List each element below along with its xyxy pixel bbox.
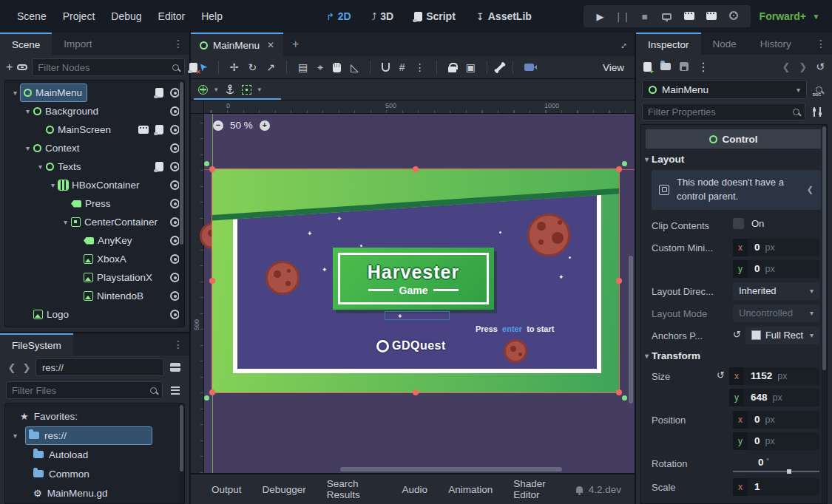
scene-tree-scrollbar[interactable] [179, 81, 184, 327]
ruler-tool-button[interactable]: ◺ [351, 61, 359, 73]
zoom-level[interactable]: 50 % [230, 120, 253, 131]
anchor-marker[interactable] [204, 395, 209, 401]
zoom-in-button[interactable]: + [260, 120, 270, 131]
tree-row-anykey[interactable]: AnyKey [5, 231, 184, 250]
filter-properties-field[interactable] [642, 103, 805, 120]
filter-properties-input[interactable] [648, 106, 788, 118]
dock-menu-icon[interactable]: ⋮ [167, 33, 189, 55]
select-tool-button[interactable]: ➤ [198, 61, 207, 73]
file-row-mainmenu-gd[interactable]: ⚙ MainMenu.gd [5, 483, 184, 503]
custom-min-y-field[interactable]: y0px [733, 260, 819, 278]
script-icon[interactable] [155, 125, 163, 134]
scale-tool-button[interactable]: ↗ [266, 61, 275, 73]
history-back-icon[interactable]: ❮ [782, 61, 790, 72]
group-button[interactable]: ▣ [466, 61, 476, 73]
scene-tab-mainmenu[interactable]: MainMenu ✕ [191, 33, 283, 56]
edited-object-selector[interactable]: MainMenu ▾ [642, 80, 807, 99]
lock-button[interactable] [448, 63, 456, 72]
chevron-down-icon[interactable]: ▾ [258, 86, 262, 93]
viewport-vscrollbar[interactable] [629, 256, 633, 403]
tab-scene[interactable]: Scene [0, 33, 52, 55]
instance-scene-button[interactable] [17, 59, 27, 75]
favorites-row[interactable]: ★ Favorites: [5, 406, 184, 426]
nav-back-icon[interactable]: ❮ [6, 362, 18, 373]
tab-inspector[interactable]: Inspector [636, 33, 701, 55]
size-y-field[interactable]: y648px [729, 389, 819, 406]
notification-bell-icon[interactable] [576, 486, 583, 493]
resource-menu-icon[interactable]: ⋮ [697, 58, 709, 75]
nav-forward-icon[interactable]: ❯ [21, 362, 33, 373]
anchor-marker[interactable] [622, 395, 627, 401]
filter-files-field[interactable] [6, 381, 163, 399]
open-docs-button[interactable] [811, 86, 826, 93]
preview-camera-button[interactable] [524, 64, 534, 71]
selection-handle[interactable] [209, 166, 215, 172]
class-header[interactable]: Control [646, 129, 821, 149]
filter-files-input[interactable] [12, 385, 146, 396]
movie-writer-button[interactable] [723, 11, 745, 22]
selection-handle[interactable] [413, 389, 419, 395]
layout-direction-dropdown[interactable]: Inherited ▾ [733, 282, 819, 300]
rotation-slider[interactable]: 0 ° [733, 454, 819, 474]
move-tool-button[interactable]: ✢ [230, 61, 239, 73]
view-menu-button[interactable]: View [603, 62, 627, 73]
tab-node[interactable]: Node [701, 33, 748, 55]
grid-snap-button[interactable]: # [399, 61, 405, 73]
tab-import[interactable]: Import [52, 33, 104, 55]
tree-row-hboxcontainer[interactable]: ▾HBoxContainer [5, 176, 184, 194]
pause-button[interactable]: ❘❘ [612, 11, 634, 22]
file-row-common[interactable]: Common [5, 464, 184, 483]
revert-icon[interactable]: ↺ [733, 327, 741, 340]
path-field[interactable] [35, 358, 164, 376]
size-x-field[interactable]: x1152px [729, 367, 819, 385]
chevron-down-icon[interactable]: ▾ [214, 86, 218, 93]
menu-help[interactable]: Help [193, 10, 231, 22]
pan-tool-button[interactable] [333, 63, 341, 72]
close-icon[interactable]: ✕ [267, 40, 274, 50]
tree-row-context[interactable]: ▾Context [5, 139, 184, 157]
filter-nodes-input[interactable] [38, 62, 168, 73]
selection-handle[interactable] [616, 278, 622, 284]
tree-row-xboxa[interactable]: XboxA [5, 250, 184, 268]
menu-project[interactable]: Project [55, 10, 104, 22]
play-button[interactable]: ▶ [589, 11, 612, 22]
selection-handle[interactable] [209, 389, 215, 395]
section-layout[interactable]: ▾Layout [641, 150, 827, 168]
skeleton-button[interactable] [498, 63, 501, 72]
bottom-tab-audio[interactable]: Audio [395, 484, 436, 495]
script-icon[interactable] [155, 162, 163, 171]
tree-row-texts[interactable]: ▾Texts [5, 157, 184, 176]
path-input[interactable] [42, 362, 158, 373]
anchor-icon[interactable] [225, 84, 235, 95]
file-row-res[interactable]: ▾ res:// [5, 426, 184, 445]
file-row-autoload[interactable]: Autoload [5, 445, 184, 464]
workspace-3d-button[interactable]: ⤴3D [365, 10, 400, 22]
menu-scene[interactable]: Scene [9, 10, 55, 22]
object-history-icon[interactable]: ↺ [816, 61, 825, 72]
bottom-tab-search-results[interactable]: Search Results [319, 478, 389, 500]
tree-row-playstationx[interactable]: PlaystationX [5, 268, 184, 287]
position-y-field[interactable]: y0px [733, 432, 819, 450]
position-x-field[interactable]: x0px [733, 411, 819, 429]
scale-x-field[interactable]: x1 [733, 478, 819, 496]
tab-history[interactable]: History [748, 33, 803, 55]
anchor-preset-button[interactable] [198, 85, 208, 95]
dock-menu-icon[interactable]: ⋮ [810, 33, 832, 55]
clip-contents-checkbox[interactable] [733, 218, 744, 229]
sort-files-button[interactable] [167, 382, 183, 398]
bottom-tab-debugger[interactable]: Debugger [255, 484, 314, 495]
workspace-2d-button[interactable]: ↱2D [319, 10, 358, 22]
tree-row-nintendob[interactable]: NintendoB [5, 287, 184, 305]
movie-maker-button[interactable] [700, 11, 723, 22]
history-forward-icon[interactable]: ❯ [799, 61, 807, 72]
container-sizing-button[interactable] [242, 85, 251, 95]
anchors-preset-dropdown[interactable]: Full Rect ▾ [745, 327, 819, 344]
selection-handle[interactable] [616, 389, 622, 395]
custom-min-x-field[interactable]: x0px [733, 239, 819, 256]
pivot-tool-button[interactable]: ⌖ [317, 61, 323, 74]
tree-row-centercontainer[interactable]: ▾CenterContainer [5, 213, 184, 231]
zoom-out-button[interactable]: − [213, 120, 223, 131]
play-movie-scene-button[interactable] [678, 11, 700, 22]
tree-row-press[interactable]: Press [5, 194, 184, 213]
snap-options-icon[interactable]: ⋮ [415, 61, 425, 73]
